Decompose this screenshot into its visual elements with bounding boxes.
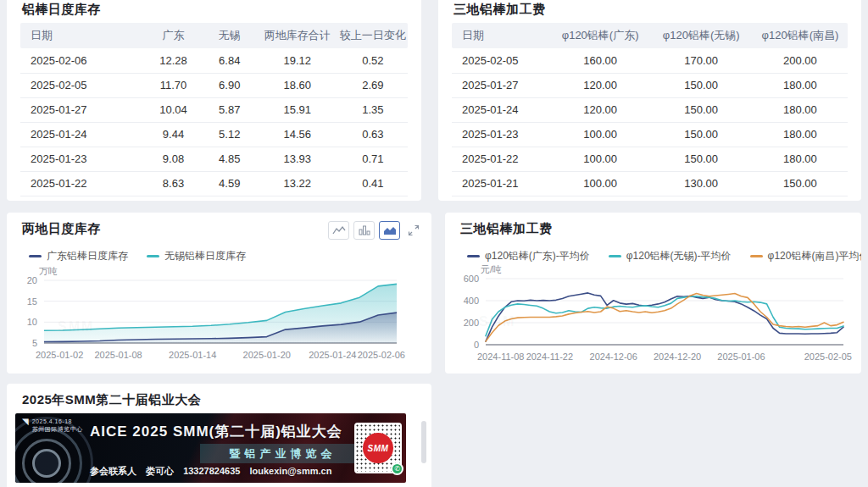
- table-cell: 4.59: [203, 171, 257, 196]
- legend-line-marker: [147, 255, 159, 257]
- banner-venue: 苏州国际博览中心: [32, 426, 83, 432]
- legend-line-marker: [467, 255, 480, 257]
- table-cell: 130.00: [650, 171, 753, 196]
- svg-text:2024-12-20: 2024-12-20: [654, 351, 701, 362]
- svg-text:2025-01-20: 2025-01-20: [243, 350, 291, 360]
- inventory-area-chart[interactable]: 5101520万吨2025-01-022025-01-082025-01-142…: [14, 265, 422, 367]
- table-cell: 150.00: [650, 147, 753, 171]
- table-row: 2025-02-05160.00170.00200.00: [452, 48, 848, 73]
- svg-text:200: 200: [464, 318, 479, 328]
- table-cell: 2025-01-20: [452, 196, 551, 201]
- inventory-chart-legend: 广东铝棒日度库存无锡铝棒日度库存: [29, 249, 431, 263]
- legend-item[interactable]: 广东铝棒日度库存: [29, 249, 128, 263]
- legend-label: φ120铝棒(广东)-平均价: [485, 249, 590, 263]
- column-header: 日期: [20, 23, 144, 48]
- table-cell: 0.35: [338, 196, 408, 201]
- table-cell: 5.87: [203, 97, 257, 122]
- legend-line-marker: [29, 255, 42, 257]
- table-cell: 11.70: [144, 73, 203, 97]
- contact-label: 参会联系人: [90, 466, 136, 476]
- table-cell: 12.81: [257, 196, 338, 201]
- column-header: φ120铝棒(无锡): [650, 23, 753, 48]
- table-row: 2025-01-20100.00130.00150.00: [452, 196, 848, 201]
- contact-name: 娄可心: [146, 466, 174, 476]
- table-cell: 0.71: [338, 147, 408, 171]
- column-header: 较上一日变化: [338, 23, 408, 48]
- legend-item[interactable]: φ120铝棒(广东)-平均价: [467, 249, 590, 263]
- panel-title: 2025年SMM第二十届铝业大会: [22, 392, 416, 408]
- chart-type-toolbar: [328, 221, 420, 240]
- column-header: φ120铝棒(南昌): [753, 23, 848, 48]
- legend-label: 广东铝棒日度库存: [47, 249, 128, 263]
- table-cell: 4.39: [203, 196, 257, 201]
- expand-icon[interactable]: [408, 224, 420, 236]
- table-row: 2025-01-239.084.8513.930.71: [20, 147, 408, 171]
- svg-text:2025-02-05: 2025-02-05: [804, 351, 852, 362]
- table-cell: 120.00: [551, 73, 650, 97]
- table-cell: 180.00: [753, 147, 848, 171]
- inventory-table: 日期广东无锡两地库存合计较上一日变化2025-02-0612.286.8419.…: [7, 23, 421, 201]
- area-chart-icon[interactable]: [379, 221, 400, 240]
- column-header: 无锡: [203, 23, 257, 48]
- qr-code: SMM ✆: [354, 423, 402, 473]
- bar-chart-icon[interactable]: [353, 221, 375, 240]
- table-cell: 13.22: [257, 171, 338, 196]
- conference-banner-image[interactable]: ◥ 2025.4.16-18 苏州国际博览中心 AICE 2025 SMM(第二…: [15, 413, 406, 483]
- column-header: 广东: [144, 23, 203, 48]
- table-cell: 8.42: [144, 196, 203, 201]
- table-cell: 10.04: [144, 97, 203, 122]
- banner-date-range: 2025.4.16-18: [32, 418, 72, 424]
- line-chart-icon[interactable]: [328, 221, 349, 240]
- scrollbar-thumb[interactable]: [421, 421, 426, 463]
- table-cell: 160.00: [551, 48, 650, 73]
- table-cell: 2025-01-23: [20, 147, 144, 171]
- table-row: 2025-02-0612.286.8419.120.52: [20, 48, 408, 73]
- fee-chart-legend: φ120铝棒(广东)-平均价φ120铝棒(无锡)-平均价φ120铝棒(南昌)平均…: [467, 249, 861, 263]
- panel-title: 三地铝棒加工费: [460, 221, 553, 237]
- panel-conference-banner: 2025年SMM第二十届铝业大会 ◥ 2025.4.16-18 苏州国际博览中心…: [7, 384, 431, 487]
- table-cell: 2025-02-06: [20, 48, 144, 73]
- legend-label: φ120铝棒(南昌)平均价: [768, 249, 861, 263]
- expo-logo-icon: ◥: [22, 418, 29, 426]
- panel-three-region-fee-table: 三地铝棒加工费 日期φ120铝棒(广东)φ120铝棒(无锡)φ120铝棒(南昌)…: [438, 0, 861, 201]
- table-row: 2025-02-0511.706.9018.602.69: [20, 73, 408, 97]
- table-row: 2025-01-2710.045.8715.911.35: [20, 97, 408, 122]
- table-cell: 2025-01-23: [452, 122, 551, 147]
- legend-item[interactable]: φ120铝棒(无锡)-平均价: [609, 249, 732, 263]
- legend-label: φ120铝棒(无锡)-平均价: [626, 249, 732, 263]
- table-cell: 19.12: [257, 48, 338, 73]
- panel-title: 三地铝棒加工费: [453, 2, 846, 18]
- table-cell: 200.00: [753, 48, 848, 73]
- table-cell: 150.00: [753, 196, 848, 201]
- banner-contact-line: 参会联系人 娄可心 13327824635 loukexin@smm.cn: [90, 465, 338, 478]
- table-row: 2025-01-23100.00150.00180.00: [452, 122, 848, 147]
- legend-item[interactable]: φ120铝棒(南昌)平均价: [750, 249, 861, 263]
- svg-text:万吨: 万吨: [39, 266, 58, 276]
- table-cell: 2025-02-05: [20, 73, 144, 97]
- svg-text:2025-01-08: 2025-01-08: [94, 350, 142, 360]
- svg-text:2025-02-06: 2025-02-06: [358, 350, 405, 360]
- table-cell: 0.52: [338, 48, 408, 73]
- panel-three-region-fee-chart: 三地铝棒加工费 φ120铝棒(广东)-平均价φ120铝棒(无锡)-平均价φ120…: [445, 213, 861, 374]
- table-row: 2025-01-249.445.1214.560.63: [20, 122, 408, 147]
- svg-text:600: 600: [464, 274, 479, 284]
- table-cell: 6.90: [203, 73, 257, 97]
- svg-text:15: 15: [27, 296, 37, 307]
- table-header-row: 日期广东无锡两地库存合计较上一日变化: [20, 23, 408, 48]
- fee-line-chart[interactable]: 0200400600元/吨2024-11-082024-11-222024-12…: [452, 265, 859, 367]
- table-row: 2025-01-22100.00150.00180.00: [452, 147, 848, 171]
- table-cell: 150.00: [650, 97, 753, 122]
- table-cell: 2025-02-05: [452, 48, 551, 73]
- table-cell: 5.12: [203, 122, 257, 147]
- contact-phone: 13327824635: [183, 466, 240, 476]
- table-cell: 2025-01-27: [452, 73, 551, 97]
- svg-text:2025-01-14: 2025-01-14: [169, 350, 216, 360]
- wechat-icon: ✆: [391, 462, 403, 475]
- table-cell: 9.08: [144, 147, 203, 171]
- table-cell: 2025-01-24: [452, 97, 551, 122]
- table-cell: 150.00: [650, 73, 753, 97]
- svg-text:20: 20: [27, 275, 37, 285]
- legend-item[interactable]: 无锡铝棒日度库存: [147, 249, 246, 263]
- svg-text:元/吨: 元/吨: [481, 265, 502, 274]
- svg-text:2024-11-22: 2024-11-22: [526, 351, 573, 362]
